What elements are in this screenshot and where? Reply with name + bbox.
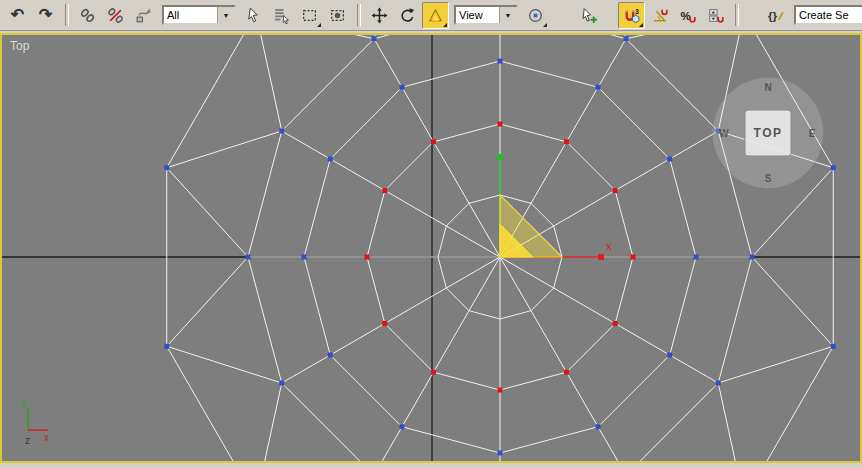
unselected-vertex[interactable] xyxy=(279,129,284,134)
byname-icon xyxy=(273,7,290,24)
selected-vertex[interactable] xyxy=(382,188,387,193)
world-x-label: x xyxy=(44,432,49,443)
unselected-vertex[interactable] xyxy=(624,36,629,41)
undo-button[interactable]: ↶ xyxy=(4,2,31,29)
selected-vertex[interactable] xyxy=(365,255,370,260)
unselected-vertex[interactable] xyxy=(164,344,169,349)
reference-coordinate-system-dropdown[interactable]: View▼ xyxy=(454,5,518,25)
snap3-icon: 3 xyxy=(623,7,640,24)
gizmo-x-handle[interactable] xyxy=(598,254,604,260)
windowcross-icon xyxy=(329,7,346,24)
select-and-uniform-scale-button[interactable] xyxy=(422,2,449,29)
named-selection-sets-dropdown[interactable]: Create Se▼ xyxy=(794,5,862,25)
viewcube-compass-letter[interactable]: W xyxy=(719,128,729,139)
angle-snap-toggle-button[interactable] xyxy=(646,2,673,29)
region-icon xyxy=(301,7,318,24)
toolbar-separator xyxy=(735,4,739,26)
viewcube-compass-letter[interactable]: S xyxy=(765,173,772,184)
edit-named-selection-sets-button[interactable]: {} xyxy=(762,2,789,29)
viewport-canvas[interactable]: xyxzNESWTOP xyxy=(2,35,860,461)
selected-vertex[interactable] xyxy=(564,370,569,375)
unselected-vertex[interactable] xyxy=(596,424,601,429)
selected-vertex[interactable] xyxy=(613,321,618,326)
unselected-vertex[interactable] xyxy=(831,344,836,349)
gizmo-x-label: x xyxy=(606,240,612,252)
unselected-vertex[interactable] xyxy=(246,255,251,260)
3dsmax-window: { "toolbar": { "items": [ {"type":"butto… xyxy=(0,0,862,468)
select-and-link-button[interactable] xyxy=(74,2,101,29)
unselected-vertex[interactable] xyxy=(302,255,307,260)
unselected-vertex[interactable] xyxy=(498,59,503,64)
bind-to-space-warp-button[interactable] xyxy=(130,2,157,29)
viewport-label[interactable]: Top xyxy=(10,39,29,53)
select-object-button[interactable] xyxy=(240,2,267,29)
dropdown-arrow-icon[interactable]: ▼ xyxy=(217,7,234,23)
unselected-vertex[interactable] xyxy=(400,85,405,90)
unselected-vertex[interactable] xyxy=(694,255,699,260)
unlink-icon xyxy=(107,7,124,24)
unselected-vertex[interactable] xyxy=(400,424,405,429)
selected-vertex[interactable] xyxy=(564,139,569,144)
unselected-vertex[interactable] xyxy=(372,36,377,41)
unselected-vertex[interactable] xyxy=(831,165,836,170)
reference-coordinate-system-dropdown-value: View xyxy=(456,9,499,21)
viewcube-compass-letter[interactable]: E xyxy=(809,128,816,139)
unselected-vertex[interactable] xyxy=(164,165,169,170)
selection-filter-dropdown[interactable]: All▼ xyxy=(162,5,236,25)
viewcube-compass-letter[interactable]: N xyxy=(764,82,771,93)
world-z-label: z xyxy=(25,435,30,446)
bind-icon xyxy=(135,7,152,24)
gizmo-y-handle[interactable] xyxy=(497,154,503,160)
select-and-rotate-button[interactable] xyxy=(394,2,421,29)
selected-vertex[interactable] xyxy=(498,122,503,127)
selected-vertex[interactable] xyxy=(431,370,436,375)
viewcube-face-label[interactable]: TOP xyxy=(754,126,783,140)
selected-vertex[interactable] xyxy=(498,388,503,393)
manipulate-icon xyxy=(581,7,598,24)
selected-vertex[interactable] xyxy=(431,139,436,144)
selection-filter-dropdown-value: All xyxy=(164,9,217,21)
toolbar-separator xyxy=(65,4,69,26)
unselected-vertex[interactable] xyxy=(667,353,672,358)
percentsnap-icon: % xyxy=(679,7,696,24)
selected-vertex[interactable] xyxy=(613,188,618,193)
selected-vertex[interactable] xyxy=(631,255,636,260)
redo-icon: ↷ xyxy=(39,7,52,23)
select-and-manipulate-button[interactable] xyxy=(576,2,603,29)
viewcube[interactable]: NESWTOP xyxy=(713,78,823,188)
world-axis-tripod: yxz xyxy=(21,397,49,446)
world-y-label: y xyxy=(21,397,26,408)
select-and-move-button[interactable] xyxy=(366,2,393,29)
unlink-selection-button[interactable] xyxy=(102,2,129,29)
select-by-name-button[interactable] xyxy=(268,2,295,29)
toolbar-separator xyxy=(357,4,361,26)
unselected-vertex[interactable] xyxy=(667,157,672,162)
unselected-vertex[interactable] xyxy=(716,381,721,386)
percent-snap-toggle-button[interactable]: % xyxy=(674,2,701,29)
redo-button[interactable]: ↷ xyxy=(32,2,59,29)
viewport-top[interactable]: xyxzNESWTOP Top xyxy=(2,35,860,461)
active-viewport-frame: xyxzNESWTOP Top xyxy=(0,33,862,463)
snaps-toggle-button[interactable]: 3 xyxy=(618,2,645,29)
unselected-vertex[interactable] xyxy=(328,353,333,358)
pivot-icon xyxy=(527,7,544,24)
unselected-vertex[interactable] xyxy=(596,85,601,90)
unselected-vertex[interactable] xyxy=(498,451,503,456)
unselected-vertex[interactable] xyxy=(750,255,755,260)
selectobj-icon xyxy=(245,7,262,24)
anglesnap-icon xyxy=(651,7,668,24)
window-crossing-toggle-button[interactable] xyxy=(324,2,351,29)
unselected-vertex[interactable] xyxy=(328,157,333,162)
undo-icon: ↶ xyxy=(11,7,24,23)
use-pivot-point-center-button[interactable] xyxy=(522,2,549,29)
namedsets-icon: {} xyxy=(767,7,784,24)
dropdown-arrow-icon[interactable]: ▼ xyxy=(499,7,516,23)
unselected-vertex[interactable] xyxy=(279,381,284,386)
rectangular-selection-region-button[interactable] xyxy=(296,2,323,29)
selected-vertex[interactable] xyxy=(382,321,387,326)
scale-icon xyxy=(427,7,444,24)
spinner-snap-toggle-button[interactable] xyxy=(702,2,729,29)
svg-text:{}: {} xyxy=(768,9,778,22)
svg-text:3: 3 xyxy=(635,8,639,15)
spinnersnap-icon xyxy=(707,7,724,24)
